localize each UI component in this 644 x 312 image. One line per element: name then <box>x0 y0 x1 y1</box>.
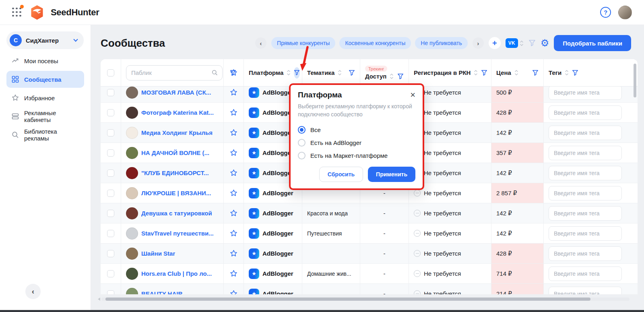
global-filter-icon[interactable] <box>528 39 536 47</box>
tag-input[interactable] <box>549 287 622 295</box>
favorite-star-icon[interactable] <box>229 189 238 197</box>
vertical-scrollbar-thumb[interactable] <box>634 64 636 97</box>
add-chip-button[interactable]: + <box>489 37 501 49</box>
sort-carets-icon[interactable] <box>338 69 342 76</box>
sidebar-item-3[interactable]: Рекламные кабинеты <box>6 108 84 125</box>
tag-input[interactable] <box>549 126 622 140</box>
tag-input[interactable] <box>549 166 622 180</box>
sort-carets-icon[interactable] <box>514 69 518 76</box>
row-rkn-cell: Не требуется <box>409 203 491 223</box>
sidebar-item-0[interactable]: Мои посевы <box>6 52 84 69</box>
row-checkbox[interactable] <box>107 109 114 116</box>
row-theme-cell <box>302 284 360 294</box>
sort-carets-icon[interactable] <box>474 69 478 76</box>
row-rkn-cell: Не требуется <box>409 264 491 283</box>
row-checkbox[interactable] <box>107 270 114 277</box>
public-search-input[interactable] <box>131 69 211 76</box>
community-name-link[interactable]: Шайни Star <box>141 250 175 257</box>
select-all-checkbox[interactable] <box>107 69 114 76</box>
community-name-link[interactable]: МОЗГОВАЯ ЛАВА (СК... <box>141 89 211 96</box>
favorite-star-icon[interactable] <box>229 269 238 278</box>
reset-button[interactable]: Сбросить <box>319 167 363 182</box>
tag-input[interactable] <box>549 85 622 100</box>
workspace-selector[interactable]: С СидХантер <box>6 31 84 49</box>
favorite-star-icon[interactable] <box>229 128 238 137</box>
row-checkbox[interactable] <box>107 129 114 136</box>
price-value: 142 ₽ <box>496 129 512 136</box>
sidebar-item-4[interactable]: Библиотека рекламы <box>6 126 84 143</box>
sidebar: С СидХантер Мои посевыСообществаИзбранно… <box>0 25 91 312</box>
favorite-star-icon[interactable] <box>229 169 238 177</box>
theme-filter-icon[interactable] <box>349 70 355 76</box>
hscroll-left-arrow[interactable] <box>98 298 100 301</box>
tag-input[interactable] <box>549 206 622 221</box>
community-name-link[interactable]: BEAUTY HAIR <box>141 290 182 294</box>
sort-carets-icon[interactable] <box>390 73 394 80</box>
star-icon[interactable] <box>229 68 238 77</box>
price-filter-icon[interactable] <box>532 70 539 76</box>
favorite-star-icon[interactable] <box>229 289 238 294</box>
help-icon[interactable]: ? <box>600 7 611 18</box>
community-name-link[interactable]: Hors.era Club | Про ло... <box>141 270 212 277</box>
sort-carets-icon[interactable] <box>287 69 291 76</box>
chips-scroll-right-button[interactable]: › <box>473 37 484 49</box>
row-checkbox[interactable] <box>107 169 114 177</box>
sort-carets-icon[interactable] <box>565 69 569 76</box>
community-avatar <box>126 248 138 260</box>
community-name-link[interactable]: StavTravel путешестви... <box>141 230 214 237</box>
tag-input[interactable] <box>549 226 622 241</box>
sidebar-item-2[interactable]: Избранное <box>6 89 84 106</box>
community-name-link[interactable]: Фотограф Katerina Kat... <box>141 109 214 116</box>
apply-button[interactable]: Применить <box>368 167 415 182</box>
settings-gear-icon[interactable]: ⚙ <box>541 38 549 48</box>
user-avatar[interactable] <box>618 6 632 19</box>
row-checkbox[interactable] <box>107 210 114 217</box>
tags-filter-icon[interactable] <box>572 70 578 76</box>
community-name-link[interactable]: ЛЮ'КРОШЕ | ВЯЗАНИ... <box>141 190 211 196</box>
tag-input[interactable] <box>549 267 622 281</box>
chips-scroll-left-button[interactable]: ‹ <box>255 37 266 49</box>
vk-sort-control[interactable]: VK <box>506 38 524 48</box>
tag-input[interactable] <box>549 105 622 120</box>
favorite-star-icon[interactable] <box>229 108 238 117</box>
community-name-link[interactable]: Девушка с татуировкой <box>141 210 212 217</box>
tag-input[interactable] <box>549 246 622 261</box>
platform-name: AdBlogger <box>262 230 293 237</box>
row-checkbox[interactable] <box>107 250 114 257</box>
community-name-link[interactable]: НА ДАЧНОЙ ВОЛНЕ (... <box>141 149 209 156</box>
row-checkbox[interactable] <box>107 230 114 237</box>
community-name-link[interactable]: "КЛУБ ЕДИНОБОРСТ... <box>141 169 209 176</box>
filter-chip[interactable]: Не публиковать <box>415 37 467 49</box>
tag-input[interactable] <box>549 146 622 160</box>
row-checkbox[interactable] <box>107 190 114 197</box>
row-platform-cell: ★AdBlogger <box>244 203 302 223</box>
close-icon[interactable]: × <box>410 91 415 99</box>
community-avatar <box>126 207 138 219</box>
platform-name: AdBlogger <box>262 270 293 277</box>
row-checkbox[interactable] <box>107 290 114 295</box>
community-name-link[interactable]: Медиа Холдинг Крылья <box>141 129 213 136</box>
sidebar-item-label: Сообщества <box>24 76 61 83</box>
rkn-filter-icon[interactable] <box>481 70 487 76</box>
pick-publics-button[interactable]: Подобрать паблики <box>554 35 631 51</box>
adblogger-icon: ★ <box>249 228 259 239</box>
apps-grid-icon[interactable] <box>12 8 22 17</box>
favorite-star-icon[interactable] <box>229 249 238 258</box>
platform-filter-option[interactable]: Все <box>298 123 415 136</box>
platform-filter-option[interactable]: Есть на AdBlogger <box>298 136 415 149</box>
row-checkbox[interactable] <box>107 89 114 96</box>
favorite-star-icon[interactable] <box>229 88 238 97</box>
access-filter-icon[interactable] <box>397 73 404 80</box>
favorite-star-icon[interactable] <box>229 149 238 157</box>
filter-chip[interactable]: Косвенные конкуренты <box>339 37 411 49</box>
tag-input[interactable] <box>549 186 622 200</box>
horizontal-scrollbar-thumb[interactable] <box>105 298 590 301</box>
favorite-star-icon[interactable] <box>229 209 238 217</box>
favorite-star-icon[interactable] <box>229 229 238 238</box>
sidebar-collapse-button[interactable]: ‹ <box>25 284 41 299</box>
row-checkbox[interactable] <box>107 149 114 157</box>
row-checkbox-cell <box>101 284 121 294</box>
not-required-icon <box>414 270 421 277</box>
platform-filter-option[interactable]: Есть на Маркет-платформе <box>298 149 415 162</box>
sidebar-item-1[interactable]: Сообщества <box>6 71 84 88</box>
